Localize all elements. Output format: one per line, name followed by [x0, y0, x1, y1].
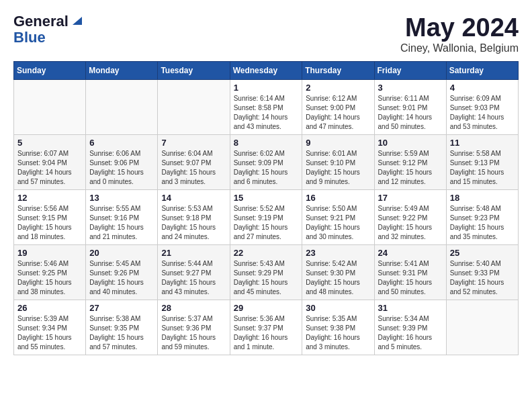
day-number: 25: [450, 248, 515, 258]
logo: General Blue: [13, 13, 82, 46]
day-number: 8: [234, 138, 299, 148]
day-info: Sunrise: 5:35 AMSunset: 9:38 PMDaylight:…: [306, 314, 370, 352]
calendar-week-1: 1Sunrise: 6:14 AMSunset: 8:58 PMDaylight…: [14, 80, 519, 135]
day-info: Sunrise: 5:38 AMSunset: 9:35 PMDaylight:…: [89, 314, 154, 352]
day-info: Sunrise: 6:07 AMSunset: 9:04 PMDaylight:…: [17, 149, 82, 187]
day-info: Sunrise: 5:43 AMSunset: 9:29 PMDaylight:…: [234, 259, 299, 297]
calendar-cell: 5Sunrise: 6:07 AMSunset: 9:04 PMDaylight…: [14, 135, 86, 190]
day-number: 31: [378, 303, 443, 313]
day-number: 27: [89, 303, 154, 313]
day-info: Sunrise: 5:48 AMSunset: 9:23 PMDaylight:…: [450, 204, 515, 242]
svg-marker-0: [73, 17, 82, 25]
day-number: 5: [17, 138, 82, 148]
day-number: 3: [378, 83, 443, 93]
day-info: Sunrise: 5:50 AMSunset: 9:21 PMDaylight:…: [306, 204, 370, 242]
weekday-header-row: SundayMondayTuesdayWednesdayThursdayFrid…: [14, 62, 519, 80]
logo-general-text: General: [13, 13, 69, 30]
day-number: 9: [306, 138, 370, 148]
calendar-cell: 1Sunrise: 6:14 AMSunset: 8:58 PMDaylight…: [230, 80, 302, 135]
day-number: 30: [306, 303, 370, 313]
calendar-table: SundayMondayTuesdayWednesdayThursdayFrid…: [13, 61, 519, 355]
calendar-cell: 6Sunrise: 6:06 AMSunset: 9:06 PMDaylight…: [86, 135, 158, 190]
day-info: Sunrise: 6:06 AMSunset: 9:06 PMDaylight:…: [89, 149, 154, 187]
day-info: Sunrise: 5:34 AMSunset: 9:39 PMDaylight:…: [378, 314, 443, 352]
weekday-header-tuesday: Tuesday: [158, 62, 230, 80]
day-info: Sunrise: 6:09 AMSunset: 9:03 PMDaylight:…: [450, 94, 515, 132]
day-number: 21: [161, 248, 226, 258]
calendar-cell: 13Sunrise: 5:55 AMSunset: 9:16 PMDayligh…: [86, 190, 158, 245]
day-number: 17: [378, 193, 443, 203]
weekday-header-monday: Monday: [86, 62, 158, 80]
day-info: Sunrise: 6:11 AMSunset: 9:01 PMDaylight:…: [378, 94, 443, 132]
calendar-cell: 10Sunrise: 5:59 AMSunset: 9:12 PMDayligh…: [374, 135, 446, 190]
calendar-cell: 18Sunrise: 5:48 AMSunset: 9:23 PMDayligh…: [446, 190, 518, 245]
calendar-cell: 4Sunrise: 6:09 AMSunset: 9:03 PMDaylight…: [446, 80, 518, 135]
logo-blue-text: Blue: [13, 30, 46, 46]
calendar-week-5: 26Sunrise: 5:39 AMSunset: 9:34 PMDayligh…: [14, 300, 519, 355]
day-number: 28: [161, 303, 226, 313]
calendar-cell: 17Sunrise: 5:49 AMSunset: 9:22 PMDayligh…: [374, 190, 446, 245]
day-number: 22: [234, 248, 299, 258]
calendar-week-4: 19Sunrise: 5:46 AMSunset: 9:25 PMDayligh…: [14, 245, 519, 300]
weekday-header-friday: Friday: [374, 62, 446, 80]
title-area: May 2024 Ciney, Wallonia, Belgium: [400, 13, 519, 54]
header: General Blue May 2024 Ciney, Wallonia, B…: [13, 13, 519, 54]
calendar-cell: 22Sunrise: 5:43 AMSunset: 9:29 PMDayligh…: [230, 245, 302, 300]
day-number: 24: [378, 248, 443, 258]
calendar-cell: 31Sunrise: 5:34 AMSunset: 9:39 PMDayligh…: [374, 300, 446, 355]
day-number: 12: [17, 193, 82, 203]
calendar-cell: 20Sunrise: 5:45 AMSunset: 9:26 PMDayligh…: [86, 245, 158, 300]
calendar-cell: 12Sunrise: 5:56 AMSunset: 9:15 PMDayligh…: [14, 190, 86, 245]
day-number: 20: [89, 248, 154, 258]
day-number: 2: [306, 83, 370, 93]
calendar-cell: 14Sunrise: 5:53 AMSunset: 9:18 PMDayligh…: [158, 190, 230, 245]
calendar-cell: 3Sunrise: 6:11 AMSunset: 9:01 PMDaylight…: [374, 80, 446, 135]
day-info: Sunrise: 5:37 AMSunset: 9:36 PMDaylight:…: [161, 314, 226, 352]
day-info: Sunrise: 5:52 AMSunset: 9:19 PMDaylight:…: [234, 204, 299, 242]
day-number: 10: [378, 138, 443, 148]
logo-triangle-icon: [70, 14, 82, 26]
calendar-cell: 28Sunrise: 5:37 AMSunset: 9:36 PMDayligh…: [158, 300, 230, 355]
day-number: 7: [161, 138, 226, 148]
day-number: 26: [17, 303, 82, 313]
page-subtitle: Ciney, Wallonia, Belgium: [400, 42, 519, 54]
day-info: Sunrise: 6:04 AMSunset: 9:07 PMDaylight:…: [161, 149, 226, 187]
day-info: Sunrise: 5:49 AMSunset: 9:22 PMDaylight:…: [378, 204, 443, 242]
day-info: Sunrise: 5:40 AMSunset: 9:33 PMDaylight:…: [450, 259, 515, 297]
day-number: 14: [161, 193, 226, 203]
weekday-header-thursday: Thursday: [302, 62, 374, 80]
calendar-cell: 15Sunrise: 5:52 AMSunset: 9:19 PMDayligh…: [230, 190, 302, 245]
day-info: Sunrise: 5:58 AMSunset: 9:13 PMDaylight:…: [450, 149, 515, 187]
day-number: 15: [234, 193, 299, 203]
day-info: Sunrise: 5:46 AMSunset: 9:25 PMDaylight:…: [17, 259, 82, 297]
calendar-cell: 11Sunrise: 5:58 AMSunset: 9:13 PMDayligh…: [446, 135, 518, 190]
day-number: 6: [89, 138, 154, 148]
calendar-cell: [158, 80, 230, 135]
day-number: 4: [450, 83, 515, 93]
calendar-cell: 29Sunrise: 5:36 AMSunset: 9:37 PMDayligh…: [230, 300, 302, 355]
calendar-cell: [86, 80, 158, 135]
day-number: 1: [234, 83, 299, 93]
page-title: May 2024: [400, 13, 519, 42]
calendar-cell: 21Sunrise: 5:44 AMSunset: 9:27 PMDayligh…: [158, 245, 230, 300]
calendar-cell: 30Sunrise: 5:35 AMSunset: 9:38 PMDayligh…: [302, 300, 374, 355]
day-info: Sunrise: 5:44 AMSunset: 9:27 PMDaylight:…: [161, 259, 226, 297]
day-info: Sunrise: 6:12 AMSunset: 9:00 PMDaylight:…: [306, 94, 370, 132]
calendar-cell: 23Sunrise: 5:42 AMSunset: 9:30 PMDayligh…: [302, 245, 374, 300]
day-number: 23: [306, 248, 370, 258]
day-number: 18: [450, 193, 515, 203]
calendar-week-2: 5Sunrise: 6:07 AMSunset: 9:04 PMDaylight…: [14, 135, 519, 190]
day-info: Sunrise: 5:42 AMSunset: 9:30 PMDaylight:…: [306, 259, 370, 297]
calendar-cell: 9Sunrise: 6:01 AMSunset: 9:10 PMDaylight…: [302, 135, 374, 190]
calendar-cell: 26Sunrise: 5:39 AMSunset: 9:34 PMDayligh…: [14, 300, 86, 355]
calendar-week-3: 12Sunrise: 5:56 AMSunset: 9:15 PMDayligh…: [14, 190, 519, 245]
day-info: Sunrise: 5:41 AMSunset: 9:31 PMDaylight:…: [378, 259, 443, 297]
day-number: 19: [17, 248, 82, 258]
weekday-header-wednesday: Wednesday: [230, 62, 302, 80]
day-info: Sunrise: 5:56 AMSunset: 9:15 PMDaylight:…: [17, 204, 82, 242]
day-info: Sunrise: 5:39 AMSunset: 9:34 PMDaylight:…: [17, 314, 82, 352]
calendar-cell: 27Sunrise: 5:38 AMSunset: 9:35 PMDayligh…: [86, 300, 158, 355]
day-info: Sunrise: 5:55 AMSunset: 9:16 PMDaylight:…: [89, 204, 154, 242]
day-number: 11: [450, 138, 515, 148]
calendar-cell: 16Sunrise: 5:50 AMSunset: 9:21 PMDayligh…: [302, 190, 374, 245]
